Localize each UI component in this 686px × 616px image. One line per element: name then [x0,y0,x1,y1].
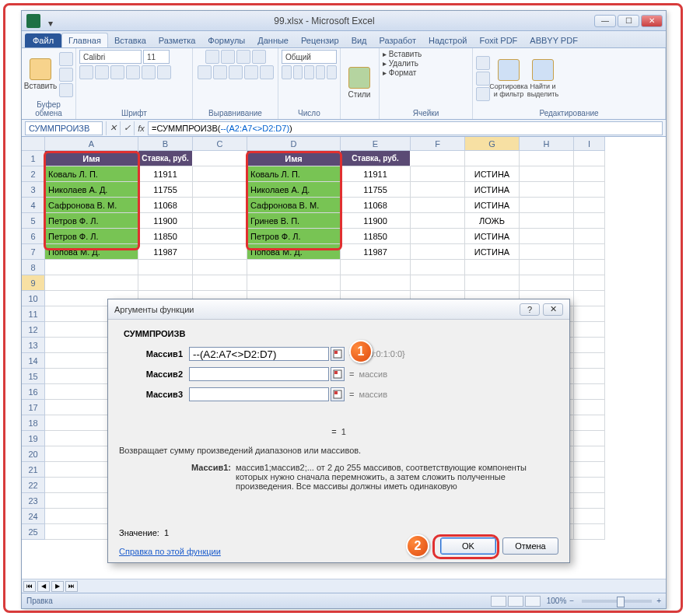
cell[interactable]: 11850 [341,229,411,244]
row-header[interactable]: 21 [22,462,45,478]
cell[interactable] [574,493,605,509]
cell[interactable]: Имя [45,151,138,166]
col-header-h[interactable]: H [520,137,574,151]
font-color-button[interactable] [157,65,171,79]
cell[interactable]: 11900 [341,213,411,229]
dialog-help-button[interactable]: ? [520,303,540,316]
cell[interactable] [193,182,247,198]
cell[interactable] [574,291,605,306]
cell[interactable] [45,260,138,275]
cell[interactable] [45,275,138,291]
cell[interactable] [574,353,605,369]
cell[interactable] [574,431,605,446]
cell[interactable] [341,260,411,275]
cell[interactable] [465,260,520,275]
cell[interactable]: Ставка, руб. [341,151,411,166]
accept-formula-button[interactable]: ✓ [120,121,134,135]
cell[interactable] [574,275,605,291]
cell[interactable]: Петров Ф. Л. [45,229,138,244]
cell[interactable] [193,198,247,213]
cell[interactable] [520,198,574,213]
cell[interactable]: 11911 [138,166,193,182]
paste-button[interactable]: Вставить [25,58,56,90]
cell[interactable] [574,244,605,260]
align-bottom-button[interactable] [236,50,250,64]
row-header[interactable]: 23 [22,493,45,509]
cell[interactable] [574,151,605,166]
tab-addins[interactable]: Надстрой [422,33,473,47]
cell[interactable] [411,198,465,213]
currency-button[interactable] [282,65,292,79]
cell[interactable]: Попова М. Д. [247,244,341,260]
row-header[interactable]: 1 [22,151,45,166]
cell[interactable]: Петров Ф. Л. [247,229,341,244]
cell[interactable]: Николаев А. Д. [45,182,138,198]
cancel-formula-button[interactable]: ✕ [106,121,120,135]
cell[interactable] [138,260,193,275]
row-header[interactable]: 12 [22,322,45,338]
format-painter-button[interactable] [59,83,73,97]
cell[interactable] [574,462,605,478]
cell[interactable]: 11068 [341,198,411,213]
col-header-c[interactable]: C [193,137,247,151]
cell[interactable] [574,524,605,540]
row-header[interactable]: 20 [22,446,45,462]
cell[interactable]: Попова М. Д. [45,244,138,260]
cell[interactable]: ИСТИНА [465,198,520,213]
font-size-combo[interactable]: 11 [143,50,170,64]
underline-button[interactable] [110,65,124,79]
cell[interactable]: ЛОЖЬ [465,213,520,229]
border-button[interactable] [126,65,140,79]
row-header[interactable]: 3 [22,182,45,198]
minimize-button[interactable]: — [594,15,616,27]
align-middle-button[interactable] [221,50,235,64]
formula-input[interactable]: =СУММПРОИЗВ(--(A2:A7<>D2:D7)) [148,121,663,135]
cell[interactable] [247,260,341,275]
row-header[interactable]: 7 [22,244,45,260]
align-right-button[interactable] [229,65,243,79]
cell[interactable] [247,275,341,291]
tab-file[interactable]: Файл [25,33,61,47]
cell[interactable] [411,229,465,244]
cell[interactable] [193,213,247,229]
arg-input-3[interactable] [189,387,329,401]
cell[interactable] [193,260,247,275]
italic-button[interactable] [95,65,109,79]
cell[interactable] [574,338,605,353]
cell[interactable] [520,213,574,229]
qat-dropdown-icon[interactable]: ▾ [48,18,54,24]
cell[interactable] [574,260,605,275]
cell[interactable] [574,213,605,229]
cell[interactable] [574,446,605,462]
cell[interactable]: Коваль Л. П. [247,166,341,182]
clear-button[interactable] [476,87,490,101]
cell[interactable]: Сафронова В. М. [247,198,341,213]
cell[interactable] [574,400,605,415]
cell[interactable] [411,213,465,229]
cell[interactable] [574,182,605,198]
cell[interactable] [574,306,605,322]
tab-abbyy[interactable]: ABBYY PDF [523,33,584,47]
autosum-button[interactable] [476,56,490,70]
close-button[interactable]: ✕ [641,15,663,27]
cell[interactable] [411,244,465,260]
col-header-a[interactable]: A [45,137,138,151]
ok-button[interactable]: OK [440,537,496,555]
view-layout-button[interactable] [508,596,523,607]
cell[interactable] [574,509,605,524]
sheet-nav-first[interactable]: ⏮ [23,581,36,592]
row-header[interactable]: 22 [22,478,45,493]
row-header[interactable]: 10 [22,291,45,306]
tab-layout[interactable]: Разметка [152,33,202,47]
cell[interactable] [574,229,605,244]
copy-button[interactable] [59,68,73,82]
cell[interactable]: 11850 [138,229,193,244]
cell[interactable] [574,369,605,384]
cell[interactable] [411,151,465,166]
col-header-f[interactable]: F [411,137,465,151]
cell[interactable]: Николаев А. Д. [247,182,341,198]
name-box[interactable]: СУММПРОИЗВ [25,121,103,135]
cell[interactable] [411,260,465,275]
zoom-out-button[interactable]: − [569,597,574,605]
col-header-b[interactable]: B [138,137,193,151]
